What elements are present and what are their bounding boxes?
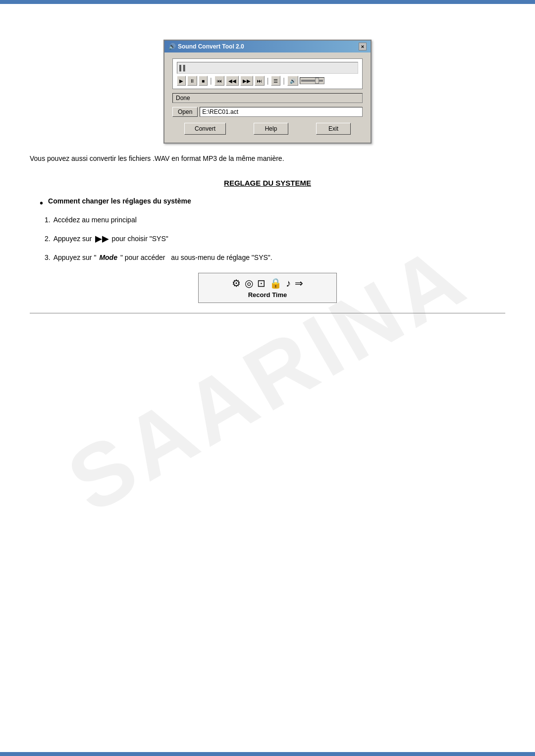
bullet-item: • Comment changer les réglages du systèm…	[30, 197, 505, 209]
horizontal-rule	[30, 313, 505, 313]
volume-button[interactable]: 🔊	[287, 76, 298, 86]
step-2-number: 2.	[45, 234, 51, 244]
pause-button[interactable]: ⏸	[187, 76, 197, 86]
waveform-visual: ▌▌	[179, 65, 187, 71]
device-display: ⚙ ◎ ⊡ 🔒 ♪ ⇒ Record Time	[198, 273, 337, 303]
fast-forward-end-button[interactable]: ⏭	[255, 76, 265, 86]
step-1: 1. Accédez au menu principal	[45, 215, 505, 225]
dialog-window: 🔊 Sound Convert Tool 2.0 × ▌▌ ▶ ⏸ ■ | ⏮ …	[163, 40, 372, 144]
fast-forward-button[interactable]: ▶▶	[240, 76, 253, 86]
bullet-heading: Comment changer les réglages du système	[48, 197, 191, 205]
separator-2: |	[267, 77, 269, 85]
step-3-bold-italic: Mode	[99, 252, 117, 263]
separator-3: |	[283, 77, 285, 85]
icon-display: ⊡	[257, 277, 266, 289]
file-path-input[interactable]	[200, 107, 363, 117]
content-area: Vous pouvez aussi convertir les fichiers…	[30, 144, 505, 333]
device-label: Record Time	[205, 291, 330, 299]
rewind-start-button[interactable]: ⏮	[214, 76, 224, 86]
step-1-text: Accédez au menu principal	[54, 215, 137, 225]
bullet-dot: •	[40, 197, 43, 209]
section-heading: REGLAGE DU SYSTEME	[30, 179, 505, 187]
stop-button[interactable]: ■	[199, 76, 208, 86]
dialog-title: Sound Convert Tool 2.0	[178, 43, 244, 50]
icon-arrow: ⇒	[295, 277, 303, 289]
volume-track	[301, 80, 323, 82]
open-button[interactable]: Open	[172, 107, 198, 117]
dialog-title-area: 🔊 Sound Convert Tool 2.0	[168, 43, 244, 50]
player-area: ▌▌ ▶ ⏸ ■ | ⏮ ◀◀ ▶▶ ⏭ | ☰ | 🔊	[172, 58, 363, 89]
exit-button[interactable]: Exit	[316, 123, 351, 135]
device-icons-row: ⚙ ◎ ⊡ 🔒 ♪ ⇒	[205, 277, 330, 289]
icon-music: ♪	[286, 278, 291, 289]
separator-1: |	[210, 77, 212, 85]
convert-button[interactable]: Convert	[184, 123, 226, 135]
playlist-button[interactable]: ☰	[271, 76, 280, 86]
step-2-text-before: Appuyez sur	[54, 234, 92, 244]
step-3-number: 3.	[45, 252, 51, 263]
step-2-text-after: pour choisir "SYS"	[112, 234, 168, 244]
icon-circle: ◎	[245, 277, 253, 289]
volume-slider[interactable]	[300, 77, 324, 84]
fast-forward-icon: ▶▶	[95, 232, 109, 246]
step-3-text-before: Appuyez sur "	[54, 252, 97, 263]
step-3-text-after: " pour accéder au sous-menu de réglage "…	[120, 252, 272, 263]
bottom-bar	[0, 752, 535, 756]
dialog-body: ▌▌ ▶ ⏸ ■ | ⏮ ◀◀ ▶▶ ⏭ | ☰ | 🔊	[164, 52, 371, 143]
play-button[interactable]: ▶	[177, 76, 186, 86]
step-2: 2. Appuyez sur ▶▶ pour choisir "SYS"	[45, 232, 505, 246]
dialog-titlebar: 🔊 Sound Convert Tool 2.0 ×	[164, 41, 371, 52]
step-1-number: 1.	[45, 215, 51, 225]
file-row: Open	[172, 107, 363, 117]
help-button[interactable]: Help	[254, 123, 288, 135]
intro-paragraph: Vous pouvez aussi convertir les fichiers…	[30, 153, 505, 164]
icon-gear: ⚙	[232, 277, 241, 289]
dialog-close-button[interactable]: ×	[359, 43, 367, 50]
volume-thumb	[315, 78, 319, 84]
player-waveform: ▌▌	[177, 62, 358, 74]
action-buttons: Convert Help Exit	[172, 123, 363, 135]
player-controls: ▶ ⏸ ■ | ⏮ ◀◀ ▶▶ ⏭ | ☰ | 🔊	[177, 76, 358, 86]
icon-lock: 🔒	[269, 277, 282, 289]
rewind-button[interactable]: ◀◀	[226, 76, 239, 86]
status-bar: Done	[172, 93, 363, 103]
status-text: Done	[176, 95, 190, 101]
dialog-app-icon: 🔊	[168, 43, 176, 50]
step-3: 3. Appuyez sur " Mode " pour accéder au …	[45, 252, 505, 263]
numbered-steps: 1. Accédez au menu principal 2. Appuyez …	[30, 215, 505, 263]
